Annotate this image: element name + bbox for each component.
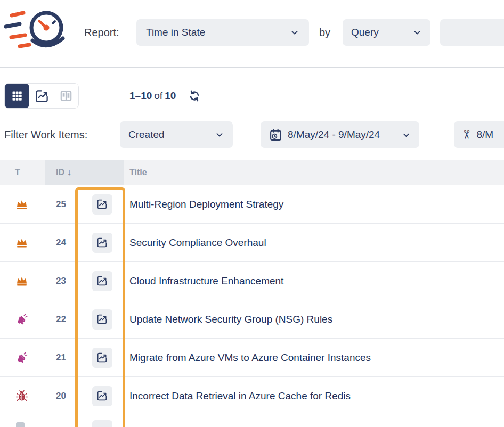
by-label: by — [319, 19, 330, 46]
open-chart-button[interactable] — [92, 233, 112, 253]
epic-icon — [15, 236, 28, 249]
report-label: Report: — [84, 19, 119, 46]
trend-chart-icon — [96, 275, 108, 286]
chevron-down-icon — [402, 130, 411, 139]
date-range-value: 8/May/24 - 9/May/24 — [288, 129, 380, 141]
chevron-down-icon — [215, 130, 224, 139]
table-body: 25 Multi-Region Deployment Strategy — [0, 185, 504, 427]
table-row: 20 Incorrect Data Retrieval in Azure Cac… — [0, 377, 504, 415]
count-total: 10 — [165, 90, 176, 101]
report-page: Report: Time in State by Query — [0, 0, 504, 427]
filter-field-value: Created — [128, 129, 165, 141]
open-chart-button[interactable] — [92, 420, 112, 427]
work-item-title[interactable]: Security Compliance Overhaul — [124, 237, 504, 249]
board-view-button[interactable] — [54, 84, 78, 108]
group-by-value: Query — [351, 27, 379, 38]
grid-icon — [11, 89, 23, 102]
header-divider — [0, 67, 504, 68]
work-item-title[interactable]: Update Network Security Group (NSG) Rule… — [124, 314, 504, 325]
work-item-id: 21 — [45, 352, 80, 363]
refresh-button[interactable] — [188, 89, 201, 103]
app-logo — [3, 2, 68, 58]
type-cell — [0, 236, 45, 249]
clipped-top-dropdown[interactable] — [440, 19, 504, 46]
type-cell — [0, 351, 45, 364]
report-type-dropdown[interactable]: Time in State — [136, 19, 309, 46]
feature-icon — [15, 313, 28, 326]
type-cell — [0, 275, 45, 288]
result-countbar: 1–10of10 — [129, 83, 201, 109]
clipped-scope-control[interactable]: ✂ 8/M — [454, 121, 504, 148]
open-chart-button[interactable] — [92, 386, 112, 406]
table-row: 24 Security Compliance Overhaul — [0, 224, 504, 262]
open-chart-button[interactable] — [92, 348, 112, 368]
work-item-title[interactable]: Migrate from Azure VMs to Azure Containe… — [124, 352, 504, 364]
type-cell — [0, 198, 45, 211]
chart-view-button[interactable] — [29, 84, 54, 108]
trend-chart-icon — [96, 237, 108, 248]
type-cell — [0, 313, 45, 326]
result-count: 1–10of10 — [129, 90, 176, 102]
trend-chart-icon — [96, 314, 108, 325]
board-icon — [59, 89, 73, 103]
date-range-dropdown[interactable]: 8/May/24 - 9/May/24 — [261, 121, 419, 148]
trend-chart-icon — [35, 89, 49, 103]
work-item-id: 24 — [45, 237, 80, 248]
chevron-down-icon — [290, 28, 299, 37]
view-toggle-group — [4, 83, 79, 109]
work-item-id: 22 — [45, 314, 80, 325]
table-row: 21 Migrate from Azure VMs to Azure Conta… — [0, 339, 504, 377]
partial-type-icon — [16, 422, 25, 427]
trend-chart-icon — [96, 199, 108, 210]
scissors-icon: ✂ — [459, 130, 473, 139]
comet-clock-logo-icon — [3, 2, 68, 55]
clipped-scope-value: 8/M — [476, 129, 493, 141]
epic-icon — [15, 275, 28, 288]
trend-chart-icon — [96, 352, 108, 363]
work-item-title[interactable]: Multi-Region Deployment Strategy — [124, 199, 504, 210]
count-of: of — [152, 90, 165, 101]
column-header-type[interactable]: T — [0, 160, 45, 185]
column-header-title[interactable]: Title — [124, 160, 504, 185]
feature-icon — [15, 351, 28, 364]
filter-work-items-label: Filter Work Items: — [4, 121, 87, 148]
filter-field-dropdown[interactable]: Created — [120, 121, 233, 148]
work-item-id: 25 — [45, 199, 80, 210]
work-item-id: 20 — [45, 391, 80, 401]
calendar-clock-icon — [269, 128, 282, 142]
type-cell — [0, 415, 45, 427]
work-item-title[interactable]: Cloud Infrastructure Enhancement — [124, 275, 504, 287]
table-row-partial — [0, 415, 504, 427]
count-range: 1–10 — [129, 90, 152, 101]
sort-desc-icon: ↓ — [67, 168, 71, 177]
table-row: 23 Cloud Infrastructure Enhancement — [0, 262, 504, 300]
table-row: 22 Update Network Security Group (NSG) R… — [0, 300, 504, 339]
column-header-id[interactable]: ID ↓ — [45, 160, 124, 185]
type-cell — [0, 390, 45, 403]
chevron-down-icon — [412, 28, 422, 37]
bug-icon — [15, 390, 28, 403]
open-chart-button[interactable] — [92, 194, 112, 215]
grid-view-button[interactable] — [5, 84, 29, 108]
table-header-row: T ID ↓ Title — [0, 160, 504, 185]
work-item-id: 23 — [45, 276, 80, 286]
group-by-dropdown[interactable]: Query — [343, 19, 430, 46]
report-type-value: Time in State — [146, 27, 205, 38]
open-chart-button[interactable] — [92, 309, 112, 330]
open-chart-button[interactable] — [92, 271, 112, 291]
epic-icon — [15, 198, 28, 211]
trend-chart-icon — [96, 390, 108, 401]
work-item-title[interactable]: Incorrect Data Retrieval in Azure Cache … — [124, 390, 504, 402]
refresh-icon — [188, 89, 201, 103]
table-row: 25 Multi-Region Deployment Strategy — [0, 185, 504, 224]
